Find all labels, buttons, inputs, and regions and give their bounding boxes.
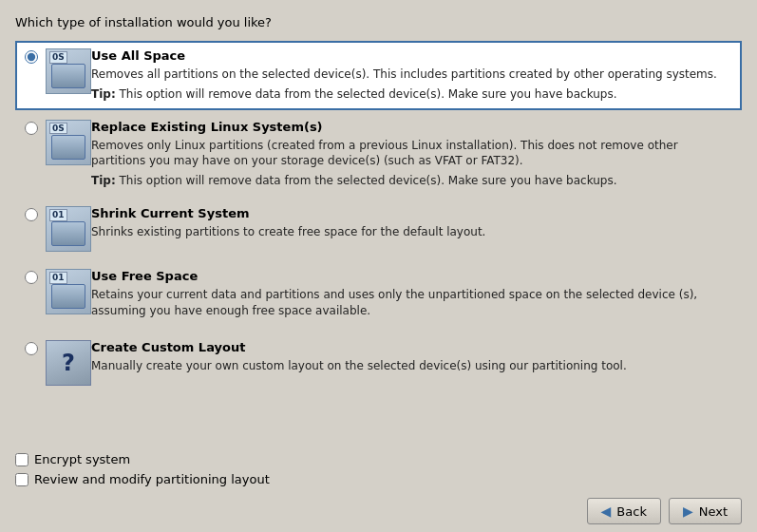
option-desc-shrink-current: Shrinks existing partitions to create fr… — [91, 224, 732, 240]
option-tip-use-all-space: Tip: This option will remove data from t… — [91, 86, 732, 103]
option-content-replace-existing: Replace Existing Linux System(s) Removes… — [91, 120, 732, 189]
installation-type-page: Which type of installation would you lik… — [0, 0, 757, 532]
option-replace-existing[interactable]: 0S Replace Existing Linux System(s) Remo… — [15, 112, 742, 197]
next-button[interactable]: ▶ Next — [669, 498, 742, 524]
radio-use-all-space[interactable] — [25, 50, 38, 64]
option-title-use-all-space: Use All Space — [91, 48, 732, 63]
option-desc-use-free-space: Retains your current data and partitions… — [91, 287, 732, 319]
review-partitioning-input[interactable] — [15, 473, 28, 486]
options-container: 0S Use All Space Removes all partitions … — [15, 41, 742, 437]
checkboxes-section: Encrypt system Review and modify partiti… — [15, 452, 742, 486]
back-label: Back — [616, 504, 647, 519]
option-use-all-space[interactable]: 0S Use All Space Removes all partitions … — [15, 41, 742, 110]
option-title-create-custom: Create Custom Layout — [91, 340, 732, 354]
icon-create-custom: ? — [46, 340, 91, 386]
icon-use-free-space: 01 — [46, 269, 91, 314]
option-title-replace-existing: Replace Existing Linux System(s) — [91, 120, 732, 134]
option-content-shrink-current: Shrink Current System Shrinks existing p… — [91, 206, 732, 244]
page-title: Which type of installation would you lik… — [15, 15, 742, 29]
option-desc-replace-existing: Removes only Linux partitions (created f… — [91, 138, 732, 170]
radio-shrink-current[interactable] — [25, 208, 38, 221]
option-tip-replace-existing: Tip: This option will remove data from t… — [91, 173, 732, 189]
radio-replace-existing[interactable] — [25, 122, 38, 135]
option-title-use-free-space: Use Free Space — [91, 269, 732, 283]
option-content-use-all-space: Use All Space Removes all partitions on … — [91, 48, 732, 103]
option-shrink-current[interactable]: 01 Shrink Current System Shrinks existin… — [15, 199, 742, 259]
option-use-free-space[interactable]: 01 Use Free Space Retains your current d… — [15, 261, 742, 331]
icon-shrink-current: 01 — [46, 206, 91, 252]
footer: ◀ Back ▶ Next — [15, 498, 742, 524]
encrypt-system-checkbox[interactable]: Encrypt system — [15, 452, 742, 466]
encrypt-system-label: Encrypt system — [34, 452, 130, 466]
icon-replace-existing: 0S — [46, 120, 91, 165]
radio-create-custom[interactable] — [25, 342, 38, 355]
option-content-create-custom: Create Custom Layout Manually create you… — [91, 340, 732, 378]
icon-use-all-space: 0S — [46, 48, 91, 94]
radio-use-free-space[interactable] — [25, 271, 38, 284]
next-label: Next — [699, 504, 728, 519]
back-button[interactable]: ◀ Back — [587, 498, 661, 524]
option-create-custom[interactable]: ? Create Custom Layout Manually create y… — [15, 332, 742, 393]
option-content-use-free-space: Use Free Space Retains your current data… — [91, 269, 732, 323]
option-desc-use-all-space: Removes all partitions on the selected d… — [91, 66, 732, 83]
review-partitioning-label: Review and modify partitioning layout — [34, 472, 270, 486]
option-desc-create-custom: Manually create your own custom layout o… — [91, 358, 732, 374]
option-title-shrink-current: Shrink Current System — [91, 206, 732, 220]
back-icon: ◀ — [601, 504, 612, 519]
review-partitioning-checkbox[interactable]: Review and modify partitioning layout — [15, 472, 742, 486]
next-icon: ▶ — [683, 504, 693, 519]
encrypt-system-input[interactable] — [15, 453, 28, 466]
